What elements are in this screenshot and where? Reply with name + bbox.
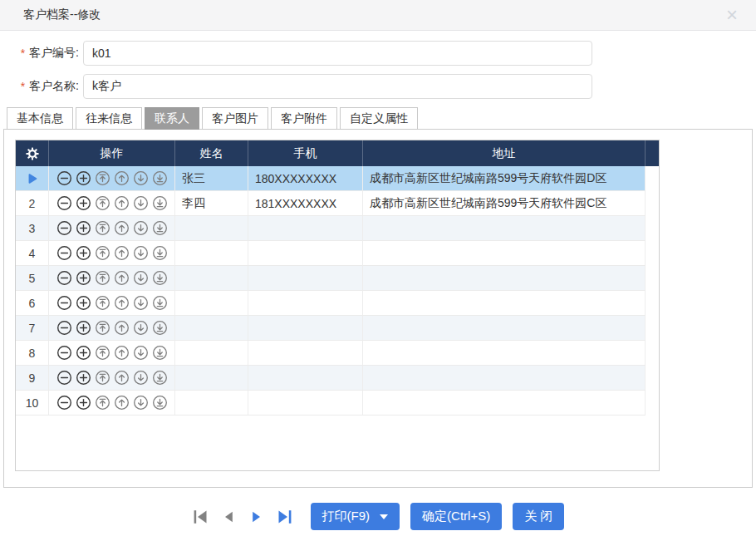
dropdown-caret-icon[interactable] [380, 514, 388, 519]
add-row-icon[interactable] [76, 320, 91, 336]
add-row-icon[interactable] [76, 345, 91, 361]
column-header-name: 姓名 [175, 140, 248, 166]
move-bottom-icon[interactable] [152, 370, 168, 386]
remove-row-icon[interactable] [56, 295, 72, 311]
move-bottom-icon[interactable] [152, 395, 168, 411]
customer-code-label: * 客户编号: [0, 46, 83, 61]
table-row[interactable]: 7 [16, 316, 659, 341]
move-bottom-icon[interactable] [152, 220, 168, 236]
cell-name: 张三 [175, 166, 248, 191]
customer-name-input[interactable] [83, 74, 592, 99]
table-row[interactable]: 8 [16, 341, 659, 366]
nav-last-button[interactable] [277, 509, 293, 525]
move-down-icon[interactable] [133, 245, 149, 261]
remove-row-icon[interactable] [56, 170, 72, 186]
cell-phone [248, 341, 363, 366]
move-top-icon[interactable] [95, 245, 110, 261]
tab-basic-info[interactable]: 基本信息 [7, 107, 73, 130]
customer-code-input[interactable] [83, 41, 592, 66]
move-down-icon[interactable] [133, 220, 149, 236]
remove-row-icon[interactable] [56, 320, 72, 336]
row-number: 7 [29, 322, 36, 335]
move-top-icon[interactable] [95, 170, 110, 186]
record-nav [192, 509, 293, 525]
move-down-icon[interactable] [133, 195, 149, 211]
table-row[interactable]: 5 [16, 266, 659, 291]
move-top-icon[interactable] [95, 370, 110, 386]
tab-transactions[interactable]: 往来信息 [76, 107, 142, 130]
remove-row-icon[interactable] [56, 270, 72, 286]
remove-row-icon[interactable] [56, 245, 72, 261]
move-bottom-icon[interactable] [152, 270, 168, 286]
move-down-icon[interactable] [133, 270, 149, 286]
move-bottom-icon[interactable] [152, 245, 168, 261]
confirm-button[interactable]: 确定(Ctrl+S) [410, 503, 502, 530]
move-top-icon[interactable] [95, 345, 110, 361]
move-up-icon[interactable] [114, 195, 130, 211]
required-asterisk: * [21, 47, 25, 60]
table-row[interactable]: 3 [16, 216, 659, 241]
move-top-icon[interactable] [95, 270, 110, 286]
remove-row-icon[interactable] [56, 370, 72, 386]
add-row-icon[interactable] [76, 370, 91, 386]
row-number: 2 [29, 197, 36, 210]
move-top-icon[interactable] [95, 220, 110, 236]
move-bottom-icon[interactable] [152, 195, 168, 211]
add-row-icon[interactable] [76, 270, 91, 286]
table-row[interactable]: 张三 180XXXXXXXX 成都市高新区世纪城南路599号天府软件园D区 [16, 166, 659, 191]
add-row-icon[interactable] [76, 245, 91, 261]
remove-row-icon[interactable] [56, 220, 72, 236]
move-bottom-icon[interactable] [152, 320, 168, 336]
nav-next-button[interactable] [248, 509, 265, 525]
move-top-icon[interactable] [95, 320, 110, 336]
nav-prev-button[interactable] [220, 509, 237, 525]
remove-row-icon[interactable] [56, 345, 72, 361]
nav-first-button[interactable] [192, 509, 209, 525]
add-row-icon[interactable] [76, 170, 91, 186]
table-row[interactable]: 6 [16, 291, 659, 316]
move-down-icon[interactable] [133, 320, 149, 336]
move-down-icon[interactable] [133, 395, 149, 411]
move-down-icon[interactable] [133, 295, 149, 311]
move-up-icon[interactable] [114, 370, 130, 386]
table-row[interactable]: 10 [16, 391, 659, 416]
move-up-icon[interactable] [114, 320, 130, 336]
move-up-icon[interactable] [114, 220, 130, 236]
move-top-icon[interactable] [95, 295, 110, 311]
move-up-icon[interactable] [114, 245, 130, 261]
add-row-icon[interactable] [76, 195, 91, 211]
move-up-icon[interactable] [114, 395, 130, 411]
close-button[interactable]: 关 闭 [513, 503, 564, 530]
table-row[interactable]: 2 李四 181XXXXXXXX 成都市高新区世纪城南路599号天府软 [16, 191, 659, 216]
move-down-icon[interactable] [133, 370, 149, 386]
add-row-icon[interactable] [76, 295, 91, 311]
move-bottom-icon[interactable] [152, 170, 168, 186]
tab-contacts[interactable]: 联系人 [145, 107, 199, 130]
cell-name [175, 241, 248, 266]
cell-spacer [646, 216, 659, 241]
add-row-icon[interactable] [76, 220, 91, 236]
move-up-icon[interactable] [114, 270, 130, 286]
print-button[interactable]: 打印(F9) [311, 503, 400, 530]
remove-row-icon[interactable] [56, 395, 72, 411]
move-down-icon[interactable] [133, 345, 149, 361]
move-up-icon[interactable] [114, 295, 130, 311]
table-row[interactable]: 9 [16, 366, 659, 391]
column-settings-button[interactable] [16, 140, 49, 166]
table-row[interactable]: 4 [16, 241, 659, 266]
move-top-icon[interactable] [95, 195, 110, 211]
move-up-icon[interactable] [114, 170, 130, 186]
move-top-icon[interactable] [95, 395, 110, 411]
close-icon[interactable]: × [726, 5, 738, 25]
move-up-icon[interactable] [114, 345, 130, 361]
tab-custom-properties[interactable]: 自定义属性 [340, 107, 418, 130]
remove-row-icon[interactable] [56, 195, 72, 211]
move-bottom-icon[interactable] [152, 345, 168, 361]
tab-customer-images[interactable]: 客户图片 [202, 107, 268, 130]
move-bottom-icon[interactable] [152, 295, 168, 311]
tab-customer-attachments[interactable]: 客户附件 [271, 107, 337, 130]
cell-name [175, 266, 248, 291]
add-row-icon[interactable] [76, 395, 91, 411]
move-down-icon[interactable] [133, 170, 149, 186]
dialog-titlebar: 客户档案--修改 × [0, 0, 756, 31]
